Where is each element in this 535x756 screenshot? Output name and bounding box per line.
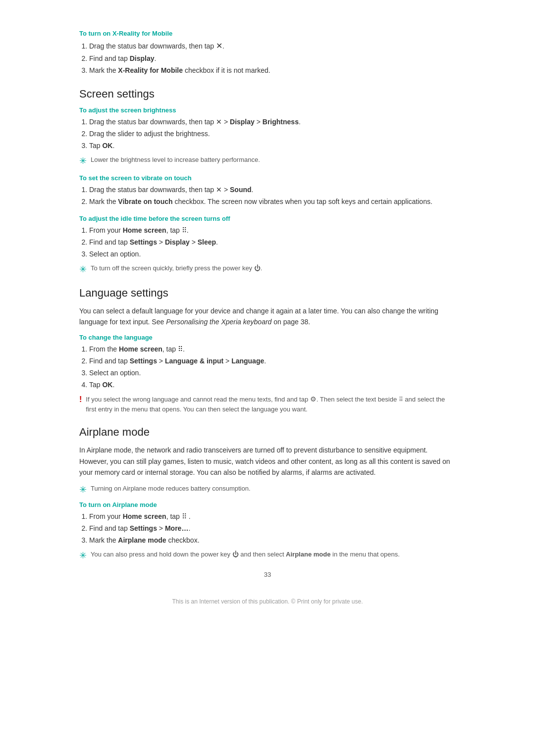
airplane-steps: From your Home screen, tap ⠿ . Find and … [89,511,456,546]
airplane-mode-intro: In Airplane mode, the network and radio … [79,445,456,478]
idle-tip: ✳ To turn off the screen quickly, briefl… [79,263,456,275]
footer-copyright: This is an Internet version of this publ… [79,598,456,605]
xreality-step-1: Drag the status bar downwards, then tap … [89,40,456,52]
tip-icon-4: ✳ [79,550,87,561]
xreality-section: To turn on X-Reality for Mobile Drag the… [79,30,456,76]
airplane-mode-title: Airplane mode [79,426,456,439]
change-language-block: To change the language From the Home scr… [79,334,456,414]
vibrate-steps: Drag the status bar downwards, then tap … [89,185,456,207]
screen-settings-title: Screen settings [79,88,456,101]
airplane-extra-tip-text: You can also press and hold down the pow… [91,550,400,559]
change-lang-step-3: Select an option. [89,368,456,378]
change-language-heading: To change the language [79,334,456,341]
brightness-step-1: Drag the status bar downwards, then tap … [89,117,456,127]
airplane-extra-tip: ✳ You can also press and hold down the p… [79,550,456,561]
page-number: 33 [79,571,456,578]
brightness-tip-text: Lower the brightness level to increase b… [91,155,260,165]
idle-heading: To adjust the idle time before the scree… [79,215,456,222]
idle-tip-text: To turn off the screen quickly, briefly … [91,263,262,273]
airplane-step-2: Find and tap Settings > More…. [89,523,456,534]
idle-step-2: Find and tap Settings > Display > Sleep. [89,237,456,248]
xreality-heading: To turn on X-Reality for Mobile [79,30,456,37]
tip-icon-2: ✳ [79,264,87,275]
idle-block: To adjust the idle time before the scree… [79,215,456,275]
idle-step-3: Select an option. [89,249,456,259]
change-lang-step-1: From the Home screen, tap ⠿. [89,344,456,354]
vibrate-step-1: Drag the status bar downwards, then tap … [89,185,456,195]
brightness-heading: To adjust the screen brightness [79,106,456,114]
vibrate-step-2: Mark the Vibrate on touch checkbox. The … [89,197,456,207]
idle-steps: From your Home screen, tap ⠿. Find and t… [89,225,456,259]
vibrate-block: To set the screen to vibrate on touch Dr… [79,174,456,207]
xreality-step-3: Mark the X-Reality for Mobile checkbox i… [89,65,456,76]
idle-step-1: From your Home screen, tap ⠿. [89,225,456,236]
xreality-step-2: Find and tap Display. [89,53,456,64]
warning-icon: ! [79,395,82,404]
turn-on-airplane-heading: To turn on Airplane mode [79,501,456,508]
airplane-step-1: From your Home screen, tap ⠿ . [89,511,456,522]
brightness-step-2: Drag the slider to adjust the brightness… [89,129,456,139]
brightness-block: To adjust the screen brightness Drag the… [79,106,456,166]
language-settings-section: Language settings You can select a defau… [79,287,456,414]
brightness-tip: ✳ Lower the brightness level to increase… [79,155,456,166]
airplane-mode-section: Airplane mode In Airplane mode, the netw… [79,426,456,561]
xreality-steps: Drag the status bar downwards, then tap … [89,40,456,76]
change-lang-step-2: Find and tap Settings > Language & input… [89,356,456,366]
airplane-tip: ✳ Turning on Airplane mode reduces batte… [79,484,456,495]
screen-settings-section: Screen settings To adjust the screen bri… [79,88,456,275]
change-language-steps: From the Home screen, tap ⠿. Find and ta… [89,344,456,390]
language-warning: ! If you select the wrong language and c… [79,394,456,414]
airplane-tip-text: Turning on Airplane mode reduces battery… [91,484,251,494]
language-intro: You can select a default language for yo… [79,305,456,328]
language-warning-text: If you select the wrong language and can… [86,394,456,414]
tip-icon-3: ✳ [79,484,87,495]
change-lang-step-4: Tap OK. [89,380,456,390]
vibrate-heading: To set the screen to vibrate on touch [79,174,456,182]
airplane-step-3: Mark the Airplane mode checkbox. [89,535,456,546]
brightness-step-3: Tap OK. [89,141,456,151]
turn-on-airplane-block: To turn on Airplane mode From your Home … [79,501,456,561]
tip-icon: ✳ [79,155,87,166]
brightness-steps: Drag the status bar downwards, then tap … [89,117,456,151]
language-settings-title: Language settings [79,287,456,300]
